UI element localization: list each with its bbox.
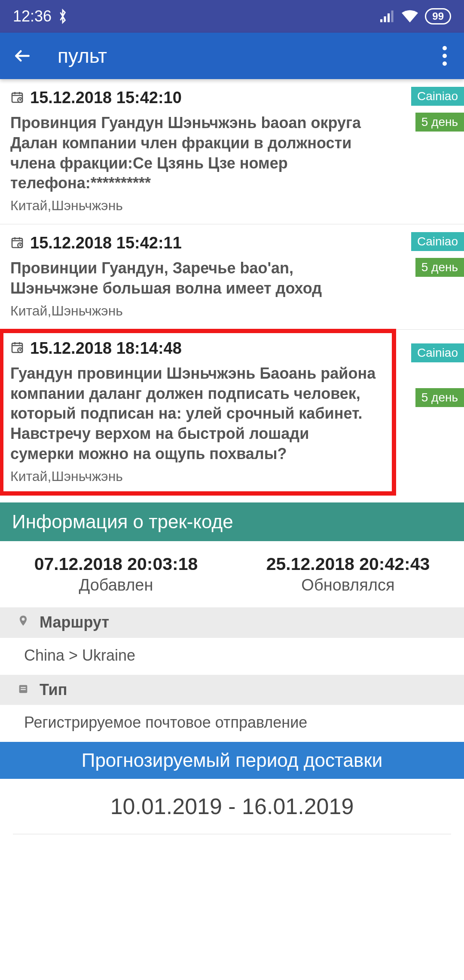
route-header: Маршрут [0, 607, 464, 638]
status-bar: 12:36 99 [0, 0, 464, 33]
type-header: Тип [0, 675, 464, 705]
event-location: Китай,Шэньчжэнь [10, 469, 385, 484]
event-location: Китай,Шэньчжэнь [10, 303, 454, 319]
event-location: Китай,Шэньчжэнь [10, 198, 454, 214]
event-datetime: 15.12.2018 15:42:10 [30, 89, 182, 107]
days-badge: 5 день [415, 388, 464, 407]
added-label: Добавлен [0, 576, 232, 594]
days-badge: 5 день [415, 113, 464, 132]
back-button[interactable] [13, 46, 32, 65]
event-description: Гуандун провинции Шэньчжэнь Баоань район… [10, 364, 385, 464]
app-bar: пульт [0, 33, 464, 79]
svg-rect-0 [380, 19, 382, 22]
route-value: China > Ukraine [0, 638, 464, 675]
updated-label: Обновлялся [232, 576, 464, 594]
carrier-badge: Cainiao [411, 343, 464, 362]
svg-rect-3 [391, 10, 394, 22]
svg-rect-2 [388, 13, 390, 22]
route-label: Маршрут [40, 613, 109, 631]
carrier-badge: Cainiao [411, 87, 464, 106]
days-badge: 5 день [415, 258, 464, 277]
wifi-icon [402, 10, 418, 23]
updated-datetime: 25.12.2018 20:42:43 [232, 554, 464, 574]
type-label: Тип [40, 681, 67, 699]
calendar-icon [10, 340, 24, 356]
added-datetime: 07.12.2018 20:03:18 [0, 554, 232, 574]
event-description: Провинция Гуандун Шэньчжэнь baoan округа… [10, 113, 454, 193]
content-area: 15.12.2018 15:42:10 Провинция Гуандун Шэ… [0, 79, 464, 834]
calendar-icon [10, 236, 24, 251]
doc-icon [17, 681, 29, 699]
forecast-header: Прогнозируемый период доставки [0, 742, 464, 779]
tracking-event[interactable]: 15.12.2018 18:14:48 Гуандун провинции Шэ… [0, 330, 395, 495]
svg-rect-1 [384, 16, 386, 22]
event-datetime: 15.12.2018 15:42:11 [30, 234, 182, 252]
info-section-header: Информация о трек-коде [0, 502, 464, 541]
pin-icon [17, 613, 29, 632]
tracking-event[interactable]: 15.12.2018 15:42:10 Провинция Гуандун Шэ… [0, 79, 464, 224]
status-time: 12:36 [13, 7, 52, 25]
type-value: Регистрируемое почтовое отправление [0, 705, 464, 742]
svg-rect-11 [21, 687, 26, 688]
bluetooth-icon [58, 9, 68, 24]
signal-icon [380, 10, 395, 22]
battery-indicator: 99 [425, 8, 451, 24]
page-title: пульт [58, 44, 107, 67]
event-datetime: 15.12.2018 18:14:48 [30, 339, 182, 358]
event-description: Провинции Гуандун, Заречье bao'an, Шэньч… [10, 258, 454, 299]
calendar-icon [10, 90, 24, 106]
forecast-value: 10.01.2019 - 16.01.2019 [13, 779, 451, 834]
carrier-badge: Cainiao [411, 232, 464, 251]
tracking-event[interactable]: 15.12.2018 15:42:11 Провинции Гуандун, З… [0, 224, 464, 330]
highlighted-event-wrap: 15.12.2018 18:14:48 Гуандун провинции Шэ… [0, 330, 464, 495]
svg-rect-12 [21, 689, 26, 690]
info-dates-row: 07.12.2018 20:03:18 Добавлен 25.12.2018 … [0, 541, 464, 607]
more-button[interactable] [438, 42, 451, 70]
